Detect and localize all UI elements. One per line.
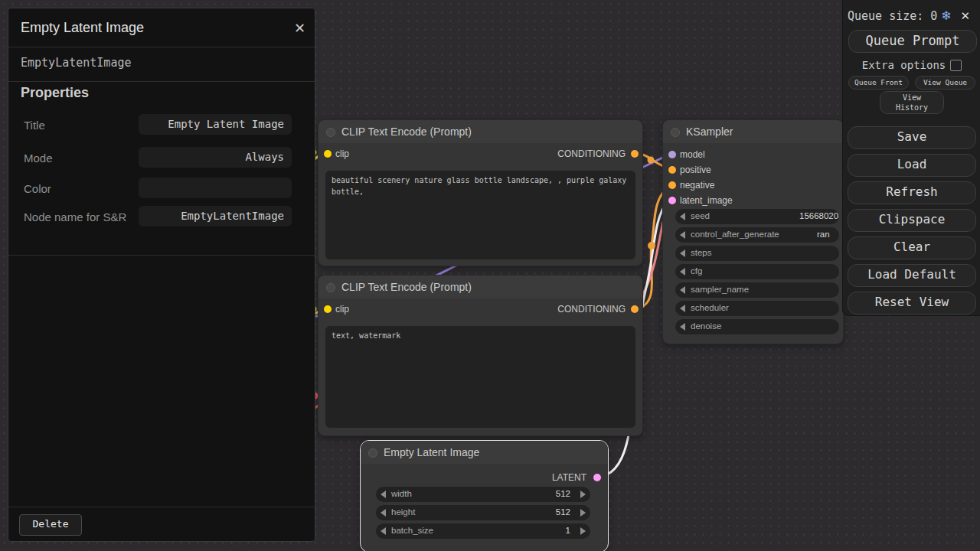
clip-input-slot[interactable] bbox=[324, 150, 332, 158]
input-slot-label: clip bbox=[335, 148, 349, 159]
node-title: CLIP Text Encode (Prompt) bbox=[341, 126, 472, 138]
decrement-arrow-icon[interactable] bbox=[680, 249, 685, 257]
decrement-arrow-icon[interactable] bbox=[381, 527, 386, 535]
node-name-field[interactable]: EmptyLatentImage bbox=[139, 206, 292, 227]
clear-button[interactable]: Clear bbox=[848, 236, 976, 259]
collapse-dot-icon[interactable] bbox=[368, 448, 377, 458]
node-empty-latent-image[interactable]: Empty Latent Image LATENT width 512 heig… bbox=[360, 440, 609, 551]
increment-arrow-icon[interactable] bbox=[580, 491, 586, 498]
cfg-widget[interactable]: cfg bbox=[675, 264, 839, 279]
dialog-close-icon[interactable]: ✕ bbox=[294, 20, 305, 37]
node-clip-text-encode-positive[interactable]: CLIP Text Encode (Prompt) clip CONDITION… bbox=[318, 119, 643, 266]
decrement-arrow-icon[interactable] bbox=[680, 305, 685, 312]
menu-close-icon[interactable]: ✕ bbox=[960, 9, 970, 23]
dialog-title: Empty Latent Image bbox=[21, 20, 144, 36]
widget-label: seed bbox=[691, 211, 710, 220]
comfyui-canvas[interactable]: CLIP Text Encode (Prompt) clip CONDITION… bbox=[0, 0, 980, 551]
title-field[interactable]: Empty Latent Image bbox=[139, 114, 292, 135]
positive-input-slot[interactable] bbox=[668, 166, 676, 174]
output-slot-label: CONDITIONING bbox=[557, 148, 626, 159]
extra-options-checkbox[interactable] bbox=[950, 60, 962, 71]
latent-output-slot[interactable] bbox=[593, 474, 601, 481]
field-row-color: Color bbox=[19, 178, 292, 198]
wire-dot bbox=[648, 157, 655, 164]
node-type-label: EmptyLatentImage bbox=[21, 56, 132, 70]
node-ksampler[interactable]: KSampler model positive negative latent_… bbox=[662, 119, 844, 344]
extra-options-label: Extra options bbox=[862, 59, 946, 71]
widget-label: control_after_generate bbox=[691, 230, 779, 239]
collapse-dot-icon[interactable] bbox=[326, 283, 335, 292]
reset-view-button[interactable]: Reset View bbox=[848, 292, 976, 315]
divider bbox=[8, 507, 315, 507]
field-label: Node name for S&R bbox=[24, 210, 139, 225]
scheduler-widget[interactable]: scheduler bbox=[675, 301, 839, 316]
collapse-dot-icon[interactable] bbox=[326, 128, 335, 137]
widget-label: height bbox=[391, 507, 415, 517]
widget-value: 512 bbox=[556, 489, 570, 498]
widget-label: width bbox=[391, 489, 412, 498]
input-slot-label: negative bbox=[680, 180, 714, 191]
widget-value: 1 bbox=[566, 526, 570, 535]
decrement-arrow-icon[interactable] bbox=[680, 323, 685, 331]
widget-value: ran bbox=[817, 230, 830, 239]
prompt-textarea[interactable]: text, watermark bbox=[325, 326, 635, 428]
output-slot-label: CONDITIONING bbox=[557, 304, 626, 315]
batch-size-widget[interactable]: batch_size 1 bbox=[376, 523, 590, 539]
negative-input-slot[interactable] bbox=[668, 181, 676, 189]
widget-value: 1566802087 bbox=[799, 211, 839, 220]
decrement-arrow-icon[interactable] bbox=[680, 286, 685, 294]
load-button[interactable]: Load bbox=[848, 154, 976, 177]
field-row-title: Title Empty Latent Image bbox=[19, 114, 292, 135]
properties-heading: Properties bbox=[21, 85, 89, 101]
prompt-textarea[interactable]: beautiful scenery nature glass bottle la… bbox=[325, 171, 635, 259]
latent-image-input-slot[interactable] bbox=[668, 197, 676, 204]
node-header[interactable]: KSampler bbox=[663, 120, 843, 143]
view-history-button[interactable]: View History bbox=[880, 91, 944, 114]
widget-label: batch_size bbox=[391, 526, 433, 535]
decrement-arrow-icon[interactable] bbox=[680, 268, 685, 276]
field-row-mode: Mode Always bbox=[19, 147, 292, 168]
increment-arrow-icon[interactable] bbox=[580, 509, 586, 517]
load-default-button[interactable]: Load Default bbox=[848, 264, 976, 287]
seed-widget[interactable]: seed 1566802087 bbox=[675, 209, 839, 224]
clipspace-button[interactable]: Clipspace bbox=[848, 209, 976, 232]
model-input-slot[interactable] bbox=[668, 151, 676, 158]
steps-widget[interactable]: steps bbox=[675, 246, 839, 261]
node-title: CLIP Text Encode (Prompt) bbox=[341, 281, 472, 293]
increment-arrow-icon[interactable] bbox=[580, 527, 586, 535]
clip-input-slot[interactable] bbox=[324, 305, 332, 313]
denoise-widget[interactable]: denoise bbox=[675, 319, 839, 334]
sampler-name-widget[interactable]: sampler_name bbox=[675, 282, 839, 298]
field-label: Color bbox=[24, 181, 139, 197]
width-widget[interactable]: width 512 bbox=[376, 487, 590, 502]
delete-button[interactable]: Delete bbox=[19, 514, 82, 536]
decrement-arrow-icon[interactable] bbox=[381, 509, 386, 517]
collapse-dot-icon[interactable] bbox=[671, 128, 680, 137]
divider bbox=[8, 47, 315, 47]
node-header[interactable]: Empty Latent Image bbox=[361, 441, 608, 464]
save-button[interactable]: Save bbox=[848, 126, 976, 149]
queue-prompt-button[interactable]: Queue Prompt bbox=[848, 30, 977, 53]
node-header[interactable]: CLIP Text Encode (Prompt) bbox=[318, 120, 642, 143]
height-widget[interactable]: height 512 bbox=[376, 505, 590, 520]
divider bbox=[8, 81, 315, 82]
view-queue-button[interactable]: View Queue bbox=[915, 76, 975, 90]
node-header[interactable]: CLIP Text Encode (Prompt) bbox=[318, 276, 642, 298]
divider bbox=[8, 255, 315, 256]
menu-header: Queue size: 0 ❄ ✕ bbox=[848, 8, 975, 24]
extra-options-row: Extra options bbox=[843, 58, 980, 72]
control-after-generate-widget[interactable]: control_after_generate ran bbox=[675, 227, 839, 243]
refresh-button[interactable]: Refresh bbox=[848, 181, 976, 204]
decrement-arrow-icon[interactable] bbox=[680, 231, 685, 239]
decrement-arrow-icon[interactable] bbox=[381, 491, 386, 498]
widget-label: cfg bbox=[691, 266, 702, 276]
settings-snowflake-icon[interactable]: ❄ bbox=[942, 8, 952, 23]
conditioning-output-slot[interactable] bbox=[631, 150, 639, 158]
queue-front-button[interactable]: Queue Front bbox=[848, 76, 909, 90]
conditioning-output-slot[interactable] bbox=[631, 305, 639, 313]
output-slot-label: LATENT bbox=[552, 472, 586, 483]
decrement-arrow-icon[interactable] bbox=[680, 213, 685, 220]
mode-field[interactable]: Always bbox=[139, 147, 292, 168]
node-clip-text-encode-negative[interactable]: CLIP Text Encode (Prompt) clip CONDITION… bbox=[318, 275, 643, 436]
color-field[interactable] bbox=[139, 178, 292, 198]
